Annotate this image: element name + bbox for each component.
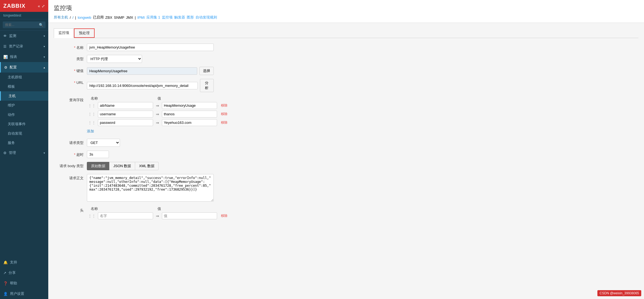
- sidebar-item-host[interactable]: 主机: [0, 91, 48, 101]
- sidebar-item-share[interactable]: ↗ 分享: [0, 268, 48, 278]
- tab-preprocess[interactable]: 预处理: [74, 28, 95, 38]
- timeout-label: 超时: [54, 151, 87, 157]
- header-remove-button-1[interactable]: 移除: [219, 213, 229, 219]
- logo-text: ZABBIX: [3, 3, 25, 9]
- header-value-input-1[interactable]: [162, 212, 217, 219]
- form-tabs: 监控项 预处理: [54, 28, 638, 38]
- sidebar-item-admin[interactable]: ⚙ 管理 ▾: [0, 148, 48, 158]
- sidebar-item-label: 分享: [9, 270, 16, 275]
- breadcrumb-tongweb[interactable]: /: [73, 15, 74, 20]
- key-input[interactable]: [87, 67, 197, 75]
- sidebar-item-action[interactable]: 动作: [0, 110, 48, 119]
- expand-icon[interactable]: ⤢: [42, 4, 45, 8]
- add-query-field-link[interactable]: 添加: [87, 128, 94, 135]
- sidebar-item-assets[interactable]: ☰ 资产记录 ▾: [0, 41, 48, 52]
- breadcrumb-enabled: tongweb: [78, 15, 91, 20]
- drag-handle-1[interactable]: ⋮⋮: [87, 103, 97, 108]
- sidebar-item-service[interactable]: 服务: [0, 138, 48, 148]
- body-type-raw[interactable]: 原始数据: [87, 162, 109, 170]
- list-icon: ☰: [3, 44, 7, 49]
- key-control: 选择: [87, 67, 214, 75]
- url-input[interactable]: [87, 82, 198, 89]
- breadcrumb-auto-discovery[interactable]: 图形: [187, 15, 194, 20]
- breadcrumb-trigger[interactable]: 监控项: [162, 15, 173, 20]
- form-row-url: URL 分析: [54, 79, 638, 92]
- form-row-name: 名称: [54, 44, 638, 51]
- collapse-icon[interactable]: «: [38, 4, 40, 8]
- type-label: 类型: [54, 55, 87, 62]
- remove-button-3[interactable]: 移除: [219, 120, 229, 126]
- sidebar-item-config[interactable]: ⚙ 配置 ▴: [0, 62, 48, 73]
- breadcrumb-appset[interactable]: IPMI: [137, 15, 145, 20]
- remove-button-1[interactable]: 移除: [219, 103, 229, 108]
- chevron-down-icon: ▾: [44, 34, 45, 38]
- qf-value-1[interactable]: [162, 102, 217, 109]
- breadcrumb-all-hosts[interactable]: 所有主机: [54, 15, 68, 20]
- search-icon: 🔍: [39, 23, 43, 27]
- body-type-json[interactable]: JSON 数据: [109, 162, 135, 170]
- sidebar-item-report[interactable]: 📊 报表 ▾: [0, 52, 48, 62]
- breadcrumb-ipmi: JMX: [126, 15, 133, 20]
- sidebar-logo: ZABBIX « ⤢: [0, 0, 48, 12]
- sidebar-item-hostgroup[interactable]: 主机群组: [0, 73, 48, 82]
- sidebar-item-help[interactable]: ❓ 帮助: [0, 278, 48, 289]
- breadcrumb-zbx: 已启用: [93, 15, 104, 20]
- form-row-timeout: 超时: [54, 151, 638, 158]
- select-button[interactable]: 选择: [199, 67, 214, 75]
- timeout-input[interactable]: [87, 151, 109, 158]
- sidebar: ZABBIX « ⤢ tongwebtest 🔍 👁 监测 ▾ ☰ 资产记录 ▾…: [0, 0, 48, 299]
- body-type-xml[interactable]: XML 数据: [135, 162, 159, 170]
- form-row-key: 键值 选择: [54, 67, 638, 75]
- query-fields-header: 名称 值: [87, 96, 229, 101]
- request-body-textarea[interactable]: {"name":"jvm_memory_detail","success":tr…: [87, 174, 214, 202]
- header-drag-handle-1[interactable]: ⋮⋮: [87, 214, 97, 218]
- qf-value-3[interactable]: [162, 119, 217, 126]
- form-row-query-fields: 查询字段 名称 值 ⋮⋮ ⇒ 移除 ⋮⋮: [54, 96, 638, 135]
- qf-name-3[interactable]: [98, 119, 153, 126]
- sidebar-item-label: 报表: [10, 54, 17, 59]
- sidebar-item-discovery[interactable]: 自动发现: [0, 129, 48, 138]
- header-name-input-1[interactable]: [98, 212, 153, 219]
- name-input[interactable]: [87, 44, 214, 51]
- sidebar-item-monitor[interactable]: 👁 监测 ▾: [0, 31, 48, 41]
- sidebar-item-template[interactable]: 模板: [0, 82, 48, 91]
- arrow-icon-1: ⇒: [154, 103, 161, 108]
- analyze-button[interactable]: 分析: [200, 79, 214, 92]
- breadcrumb-sep: /: [70, 15, 71, 20]
- form-row-request-body: 请求正文 {"name":"jvm_memory_detail","succes…: [54, 174, 638, 202]
- logo-icons: « ⤢: [38, 4, 45, 8]
- query-fields-label: 查询字段: [54, 96, 87, 103]
- sidebar-item-support[interactable]: 🔔 支持: [0, 257, 48, 268]
- gear-icon: ⚙: [4, 65, 7, 70]
- breadcrumb-monitor-item[interactable]: 应用集 1: [146, 15, 160, 20]
- headers-col-header: 名称 值: [87, 206, 229, 211]
- admin-gear-icon: ⚙: [3, 151, 7, 155]
- qf-value-2[interactable]: [162, 111, 217, 118]
- sidebar-item-maintenance[interactable]: 维护: [0, 101, 48, 110]
- sidebar-item-event-corr[interactable]: 关联项事件: [0, 119, 48, 129]
- breadcrumb-sep: |: [75, 15, 76, 20]
- request-type-control: GETPOSTPUTDELETEHEADPATCH: [87, 139, 120, 147]
- qf-name-2[interactable]: [98, 111, 153, 118]
- breadcrumb-web-scenario[interactable]: 自动发现规则: [196, 15, 217, 20]
- sidebar-item-user-settings[interactable]: 👤 用户设置: [0, 289, 48, 299]
- type-select[interactable]: HTTP 代理Zabbix 客户端SNMPJMXIPMI: [87, 55, 142, 63]
- main-header: 监控项 所有主机 / / | tongweb 已启用 ZBX SNMP JMX …: [48, 0, 644, 23]
- breadcrumb-sep: |: [135, 15, 136, 20]
- query-field-row-2: ⋮⋮ ⇒ 移除: [87, 111, 229, 118]
- drag-handle-2[interactable]: ⋮⋮: [87, 112, 97, 116]
- remove-button-2[interactable]: 移除: [219, 111, 229, 117]
- tab-monitor-item[interactable]: 监控项: [54, 28, 74, 38]
- qf-name-1[interactable]: [98, 102, 153, 109]
- header-arrow-icon-1: ⇒: [154, 214, 161, 218]
- share-icon: ↗: [3, 271, 6, 275]
- eye-icon: 👁: [3, 34, 7, 38]
- name-control: [87, 44, 214, 51]
- drag-handle-3[interactable]: ⋮⋮: [87, 121, 97, 125]
- headers-col-value: 值: [157, 206, 161, 211]
- request-type-select[interactable]: GETPOSTPUTDELETEHEADPATCH: [87, 139, 120, 147]
- sidebar-item-label: 监测: [9, 33, 16, 38]
- chevron-down-icon: ▾: [44, 45, 45, 48]
- bell-icon: 🔔: [3, 260, 8, 265]
- breadcrumb-chart[interactable]: 触发器: [174, 15, 185, 20]
